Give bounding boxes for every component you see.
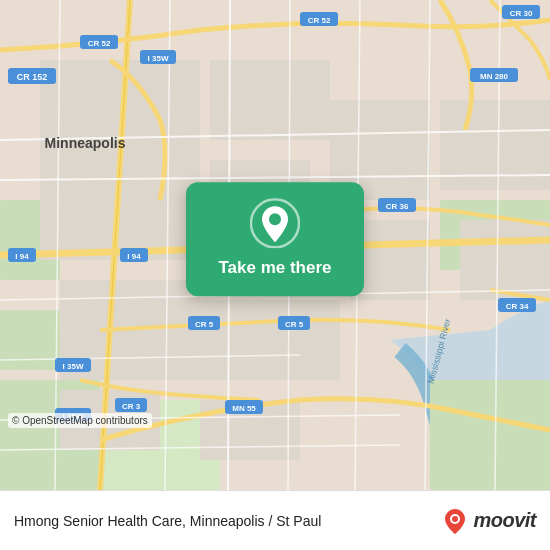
svg-text:CR 30: CR 30: [510, 9, 533, 18]
take-me-there-button[interactable]: Take me there: [218, 258, 331, 278]
svg-text:CR 36: CR 36: [386, 202, 409, 211]
svg-rect-14: [460, 220, 550, 300]
location-pin-icon: [250, 198, 300, 248]
svg-rect-8: [210, 60, 330, 140]
svg-text:I 35W: I 35W: [148, 54, 169, 63]
bottom-bar: Hmong Senior Health Care, Minneapolis / …: [0, 490, 550, 550]
svg-text:I 35W: I 35W: [63, 362, 84, 371]
moovit-logo: moovit: [441, 507, 536, 535]
svg-text:CR 52: CR 52: [88, 39, 111, 48]
svg-text:CR 34: CR 34: [506, 302, 529, 311]
svg-text:CR 52: CR 52: [308, 16, 331, 25]
map-container: CR 152 CR 52 CR 52 CR 30 I 35W MN 280 I …: [0, 0, 550, 490]
svg-text:MN 280: MN 280: [480, 72, 509, 81]
moovit-brand-text: moovit: [473, 509, 536, 532]
svg-text:MN 55: MN 55: [232, 404, 256, 413]
svg-text:CR 3: CR 3: [122, 402, 141, 411]
moovit-pin-icon: [441, 507, 469, 535]
svg-text:I 94: I 94: [15, 252, 29, 261]
destination-label: Hmong Senior Health Care, Minneapolis / …: [14, 513, 441, 529]
svg-text:CR 5: CR 5: [195, 320, 214, 329]
osm-attribution: © OpenStreetMap contributors: [8, 413, 152, 428]
svg-rect-15: [200, 300, 340, 380]
svg-point-71: [452, 516, 458, 522]
svg-text:CR 5: CR 5: [285, 320, 304, 329]
svg-rect-4: [430, 380, 550, 490]
card-overlay[interactable]: Take me there: [186, 182, 364, 296]
svg-text:Minneapolis: Minneapolis: [45, 135, 126, 151]
svg-text:I 94: I 94: [127, 252, 141, 261]
svg-text:CR 152: CR 152: [17, 72, 48, 82]
svg-point-69: [269, 213, 281, 225]
